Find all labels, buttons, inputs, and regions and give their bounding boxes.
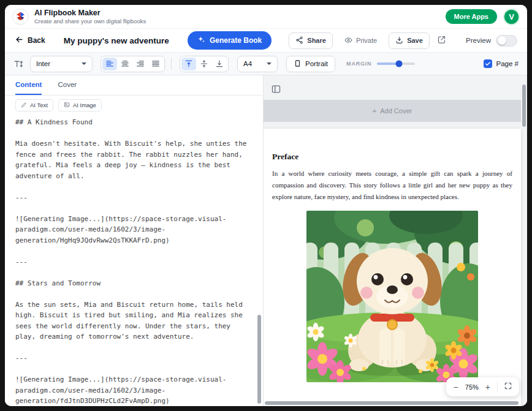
page-size-select[interactable]: A4 — [237, 56, 278, 72]
ai-image-button[interactable]: AI Image — [58, 99, 102, 111]
zoom-level: 75% — [465, 383, 479, 391]
portrait-icon — [294, 59, 302, 69]
sidebar-icon — [271, 84, 281, 96]
generate-book-label: Generate Book — [210, 36, 262, 45]
align-center-button[interactable] — [118, 58, 132, 70]
screen-frame: AI Flipbook Maker Create and share your … — [0, 0, 532, 411]
external-link-icon — [437, 35, 446, 46]
app-logo-icon — [12, 9, 29, 25]
share-label: Share — [307, 37, 326, 44]
margin-label: MARGIN — [346, 61, 371, 67]
valign-bottom-button[interactable] — [212, 58, 227, 70]
markdown-editor[interactable]: ## A Kindness Found Mia doesn't hesitate… — [5, 115, 263, 406]
private-label: Private — [356, 37, 377, 44]
zoom-controls: − 75% + — [446, 377, 519, 396]
fit-frame-icon — [504, 382, 512, 392]
preview-toggle-group: Preview — [466, 35, 517, 47]
app-header: AI Flipbook Maker Create and share your … — [5, 5, 527, 28]
tab-content[interactable]: Content — [15, 75, 42, 95]
page-heading: Preface — [272, 152, 512, 162]
editor-scrollbar[interactable] — [257, 315, 261, 404]
document-toolbar: Back My puppy's new adventure Generate B… — [5, 28, 527, 52]
save-label: Save — [407, 37, 423, 44]
more-apps-button[interactable]: More Apps — [446, 9, 497, 24]
margin-slider[interactable] — [377, 62, 415, 65]
align-right-button[interactable] — [133, 58, 148, 70]
preview-label: Preview — [466, 37, 491, 44]
page-body: In a world where curiosity meets courage… — [272, 168, 512, 203]
zoom-divider — [497, 382, 498, 392]
zoom-in-button[interactable]: + — [484, 382, 492, 392]
app-window: AI Flipbook Maker Create and share your … — [5, 5, 527, 406]
main-area: Content Cover AI Text AI Image ## A Kind… — [5, 75, 527, 406]
orientation-label: Portrait — [305, 60, 328, 67]
header-right: More Apps V — [446, 9, 520, 25]
valign-top-button[interactable] — [181, 58, 196, 70]
puppy-illustration — [306, 211, 478, 382]
pencil-icon — [21, 102, 27, 109]
align-justify-button[interactable] — [148, 58, 163, 70]
fit-view-button[interactable] — [503, 382, 513, 392]
share-button[interactable]: Share — [289, 32, 333, 49]
vertical-align-group — [180, 56, 229, 72]
app-title-block: AI Flipbook Maker Create and share your … — [34, 9, 146, 25]
preview-panel: + Add Cover Preface In a world where cur… — [264, 75, 527, 406]
back-button[interactable]: Back — [15, 35, 45, 46]
text-size-icon — [13, 59, 24, 69]
font-family-select[interactable]: Inter — [30, 56, 93, 72]
add-cover-label: Add Cover — [380, 107, 412, 115]
app-subtitle: Create and share your own digital flipbo… — [34, 18, 146, 25]
document-title: My puppy's new adventure — [64, 36, 169, 45]
ai-text-label: AI Text — [30, 102, 48, 108]
chevron-down-icon — [267, 62, 272, 65]
ai-text-button[interactable]: AI Text — [15, 99, 53, 111]
preview-page: Preface In a world where curiosity meets… — [264, 129, 521, 406]
preview-vertical-scrollbar[interactable] — [522, 85, 526, 127]
back-arrow-icon — [15, 35, 24, 46]
image-icon — [64, 102, 70, 109]
collapse-panel-button[interactable] — [269, 83, 283, 97]
zoom-out-button[interactable]: − — [452, 382, 460, 392]
page-number-label: Page # — [496, 60, 519, 67]
share-icon — [295, 36, 303, 45]
font-family-value: Inter — [36, 60, 50, 67]
orientation-button[interactable]: Portrait — [286, 56, 335, 72]
ai-image-label: AI Image — [73, 102, 96, 108]
preview-toggle[interactable] — [496, 35, 517, 47]
tab-cover[interactable]: Cover — [58, 75, 77, 95]
preview-horizontal-scrollbar[interactable] — [265, 401, 519, 405]
generate-book-button[interactable]: Generate Book — [188, 31, 272, 50]
editor-tabs: Content Cover — [5, 75, 263, 96]
add-cover-button[interactable]: + Add Cover — [264, 100, 521, 122]
toggle-knob — [498, 36, 506, 45]
page-number-checkbox[interactable] — [484, 59, 492, 68]
margin-control: MARGIN — [346, 61, 415, 67]
valign-middle-button[interactable] — [197, 58, 211, 70]
avatar[interactable]: V — [503, 9, 520, 25]
chevron-down-icon — [82, 62, 86, 65]
private-button[interactable]: Private — [338, 32, 384, 49]
back-label: Back — [28, 36, 45, 45]
page-number-control: Page # — [484, 59, 519, 68]
toolbar-divider — [171, 58, 172, 69]
align-left-button[interactable] — [102, 58, 117, 70]
plus-icon: + — [373, 107, 376, 115]
editor-panel: Content Cover AI Text AI Image ## A Kind… — [5, 75, 264, 406]
format-toolbar: Inter A4 Portrait — [5, 52, 527, 75]
slider-thumb[interactable] — [395, 61, 402, 67]
eye-icon — [344, 36, 352, 45]
open-external-button[interactable] — [436, 34, 447, 47]
save-icon — [395, 36, 403, 45]
save-button[interactable]: Save — [389, 32, 430, 49]
ai-tools-row: AI Text AI Image — [5, 96, 263, 115]
page-size-value: A4 — [243, 60, 252, 67]
app-title: AI Flipbook Maker — [34, 9, 146, 17]
text-align-group — [101, 56, 165, 72]
sparkle-icon — [197, 36, 205, 45]
